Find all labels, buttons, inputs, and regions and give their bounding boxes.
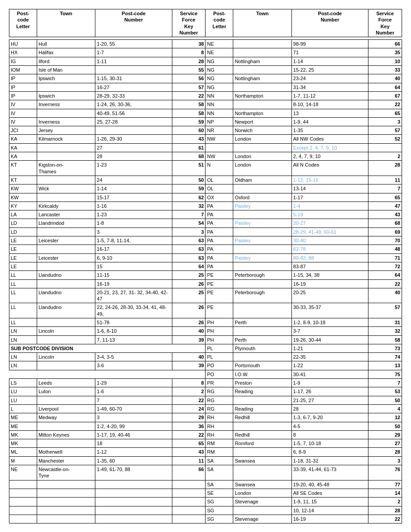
left-pn-cell: 16-27 bbox=[95, 83, 172, 91]
table-row: IV Inverness 1-24, 26, 30-36, 58 NN 8-10… bbox=[9, 100, 402, 109]
left-town-cell: Liverpool bbox=[37, 404, 95, 413]
table-row: HX Halifax 1-7 8 NE 71 35 bbox=[9, 48, 402, 57]
left-town-cell: Lincoln bbox=[37, 353, 95, 361]
left-town-cell bbox=[37, 152, 95, 161]
right-pc-cell: SA bbox=[206, 456, 233, 465]
right-sf-cell: 29 bbox=[368, 430, 402, 439]
table-row: LL Llandudno 11-15 25 PE Peterborough 1-… bbox=[9, 271, 402, 279]
left-sf-cell: 64 bbox=[172, 262, 206, 270]
left-pn-cell bbox=[95, 489, 172, 497]
left-pc-cell: LE bbox=[9, 245, 37, 253]
left-town-cell: Kigston-on-Thames bbox=[37, 161, 95, 176]
right-pn-cell: 1-17 bbox=[291, 193, 368, 202]
left-pc-cell: NE bbox=[9, 465, 37, 481]
left-sf-cell: 59 bbox=[172, 184, 206, 193]
left-sf-cell: 8 bbox=[172, 48, 206, 57]
right-pc-cell: PE bbox=[206, 303, 233, 318]
header-service-left: ServiceForceKeyNumber bbox=[172, 9, 206, 37]
right-town-cell: Newport bbox=[233, 117, 291, 126]
right-pc-cell: PE bbox=[206, 279, 233, 288]
table-row: ME Medway 3 29 RH Redhill 1-3, 6-7, 9-20… bbox=[9, 413, 402, 422]
left-town-cell: Medway bbox=[37, 413, 95, 422]
left-town-cell bbox=[37, 143, 95, 152]
left-sf-cell bbox=[172, 489, 206, 497]
left-pn-cell: 1-14 bbox=[95, 184, 172, 193]
table-row: KA Kilmarnock 1-26, 29-30 43 NW London A… bbox=[9, 135, 402, 143]
right-pc-cell: PA bbox=[206, 253, 233, 262]
right-pc-cell: RG bbox=[206, 396, 233, 404]
left-town-cell: Kilmarnock bbox=[37, 135, 95, 143]
left-pc-cell: LD bbox=[9, 227, 37, 236]
left-sf-cell: 57 bbox=[172, 83, 206, 91]
right-sf-cell: 52 bbox=[368, 135, 402, 143]
right-pn-cell: 21-25, 27 bbox=[291, 396, 368, 404]
left-town-cell: Ipswich bbox=[37, 74, 95, 83]
left-pn-cell: 24 bbox=[95, 176, 172, 184]
right-pn-cell: 19-26, 30-44 bbox=[291, 335, 368, 344]
right-town-cell: Swansea bbox=[233, 480, 291, 489]
left-sf-cell: 28 bbox=[172, 57, 206, 65]
right-pc-cell: PH bbox=[206, 318, 233, 326]
left-pc-cell: LN bbox=[9, 327, 37, 335]
right-sf-cell: 35 bbox=[368, 48, 402, 57]
right-town-cell bbox=[233, 48, 291, 57]
left-sf-cell: 7 bbox=[172, 210, 206, 219]
left-pc-cell: KW bbox=[9, 184, 37, 193]
left-town-cell: Inverness bbox=[37, 117, 95, 126]
right-sf-cell: 28 bbox=[368, 506, 402, 515]
left-sf-cell: 43 bbox=[172, 135, 206, 143]
left-pn-cell: 28 bbox=[95, 152, 172, 161]
left-pn-cell: 16-19 bbox=[95, 279, 172, 288]
left-town-cell bbox=[37, 109, 95, 117]
left-pc-cell: LE bbox=[9, 253, 37, 262]
left-town-cell: Manchester bbox=[37, 456, 95, 465]
right-pc-cell: NP bbox=[206, 117, 233, 126]
left-town-cell bbox=[37, 245, 95, 253]
right-pc-cell: RM bbox=[206, 439, 233, 448]
left-pc-cell: MK bbox=[9, 439, 37, 448]
left-sf-cell: 25 bbox=[172, 271, 206, 279]
table-row: KW Wick 1-14 59 OL 13-14 7 bbox=[9, 184, 402, 193]
right-town-cell: Portsmouth bbox=[233, 361, 291, 370]
left-pc-cell: IP bbox=[9, 83, 37, 91]
left-town-cell: Ipswich bbox=[37, 91, 95, 100]
right-pn-cell: 5-19 bbox=[291, 210, 368, 219]
right-pn-cell: 31-34 bbox=[291, 83, 368, 91]
table-row: ME 1-2, 4-20, 99 36 RH 4-5 50 bbox=[9, 422, 402, 430]
left-pn-cell: 1-7 bbox=[95, 48, 172, 57]
left-town-cell bbox=[37, 318, 95, 326]
right-town-cell: Perth bbox=[233, 335, 291, 344]
left-pc-cell: LL bbox=[9, 271, 37, 279]
right-pn-cell: 33-39, 41-44, 61-73 bbox=[291, 465, 368, 481]
left-sf-cell: 11 bbox=[172, 456, 206, 465]
left-pc-cell: IV bbox=[9, 100, 37, 109]
right-sf-cell: 32 bbox=[368, 327, 402, 335]
left-sf-cell bbox=[172, 506, 206, 515]
left-sf-cell: 22 bbox=[172, 430, 206, 439]
right-pn-cell: 16-19 bbox=[291, 279, 368, 288]
right-town-cell bbox=[233, 262, 291, 270]
right-sf-cell: 74 bbox=[368, 353, 402, 361]
right-pn-cell: 1-5, 7, 10-18 bbox=[291, 439, 368, 448]
left-sf-cell: 63 bbox=[172, 253, 206, 262]
right-pn-cell: 1-4 bbox=[291, 202, 368, 210]
right-pc-cell: NN bbox=[206, 109, 233, 117]
right-town-cell: Oldham bbox=[233, 176, 291, 184]
left-pn-cell: 1-23 bbox=[95, 161, 172, 176]
left-pc-cell: KT bbox=[9, 176, 37, 184]
right-pc-cell: PL bbox=[206, 344, 233, 352]
left-sf-cell: 60 bbox=[172, 126, 206, 135]
left-town-cell: Leeds bbox=[37, 379, 95, 387]
right-town-cell: Perth bbox=[233, 318, 291, 326]
left-pc-cell: LL bbox=[9, 279, 37, 288]
right-pc-cell: OX bbox=[206, 193, 233, 202]
right-town-cell: London bbox=[233, 152, 291, 161]
left-pn-cell: 3 bbox=[95, 227, 172, 236]
table-row: LD 3 3 PA 28-29, 41-49, 60-61 69 bbox=[9, 227, 402, 236]
table-row: SG Stevenage 1-9, 11, 15 2 bbox=[9, 498, 402, 506]
table-row: SA Swansea 19-20, 40, 45-48 77 bbox=[9, 480, 402, 489]
left-sf-cell: 56 bbox=[172, 74, 206, 83]
right-town-cell: London bbox=[233, 161, 291, 176]
left-pn-cell: 1-49, 60-70 bbox=[95, 404, 172, 413]
table-row: HU Hull 1-20, 55 38 NE 98-99 66 bbox=[9, 40, 402, 48]
